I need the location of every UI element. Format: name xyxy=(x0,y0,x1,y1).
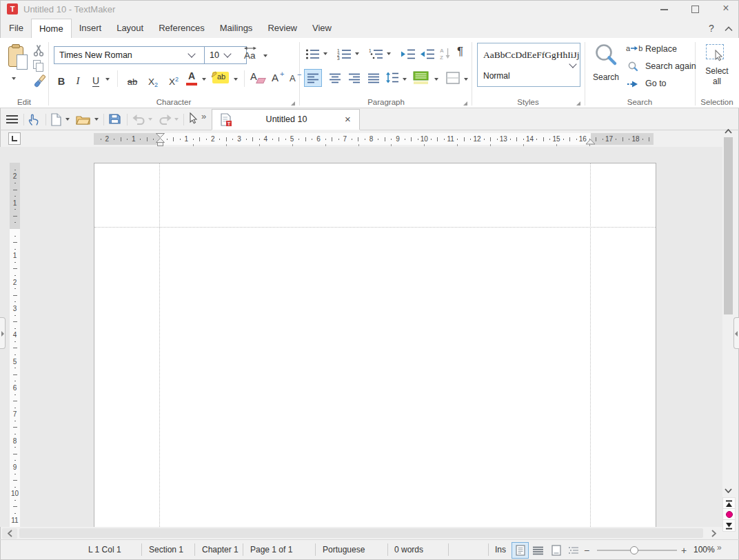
line-spacing-icon[interactable] xyxy=(385,72,399,83)
tab-insert[interactable]: Insert xyxy=(72,19,110,38)
paste-dropdown[interactable] xyxy=(12,77,16,80)
highlight-dropdown[interactable] xyxy=(234,78,238,81)
collapse-ribbon-icon[interactable] xyxy=(725,26,733,32)
clear-formatting-button[interactable]: A xyxy=(250,70,266,87)
touch-mode-icon[interactable] xyxy=(28,112,40,126)
grow-font-button[interactable]: A + xyxy=(270,70,285,87)
tab-type-selector[interactable] xyxy=(8,132,21,145)
zoom-out-button[interactable]: − xyxy=(584,545,589,556)
tab-references[interactable]: References xyxy=(151,19,212,38)
statusbar-overflow-icon[interactable]: » xyxy=(717,543,722,552)
justify-button[interactable] xyxy=(365,69,383,87)
numbered-list-dropdown[interactable] xyxy=(355,52,359,55)
right-margin-marker[interactable] xyxy=(585,139,596,145)
superscript-button[interactable]: X2 xyxy=(165,70,182,87)
paste-button[interactable] xyxy=(7,43,30,74)
borders-icon[interactable] xyxy=(446,72,460,84)
underline-button[interactable]: U xyxy=(90,70,102,87)
italic-button[interactable]: I xyxy=(73,70,83,87)
zoom-level-value[interactable]: 100% xyxy=(694,545,715,554)
align-left-button[interactable] xyxy=(304,69,322,87)
master-pages-view-button[interactable] xyxy=(547,542,565,559)
font-color-button[interactable]: A xyxy=(185,70,199,87)
align-right-button[interactable] xyxy=(345,69,363,87)
cursor-position-status[interactable]: L 1 Col 1 xyxy=(88,545,121,554)
tab-layout[interactable]: Layout xyxy=(109,19,151,38)
subscript-button[interactable]: X2 xyxy=(145,70,161,87)
multilevel-list-dropdown[interactable] xyxy=(387,52,391,55)
decrease-indent-icon[interactable] xyxy=(420,48,435,60)
scroll-left-button[interactable] xyxy=(2,528,17,539)
next-page-button[interactable] xyxy=(722,519,736,532)
shading-dropdown[interactable] xyxy=(434,78,438,81)
help-icon[interactable]: ? xyxy=(709,23,714,34)
hamburger-menu-icon[interactable] xyxy=(6,115,18,124)
search-button[interactable]: Search xyxy=(590,43,622,84)
page-view-button[interactable] xyxy=(512,542,529,559)
open-file-dropdown[interactable] xyxy=(94,118,99,121)
outline-view-button[interactable] xyxy=(565,542,583,559)
continuous-view-button[interactable] xyxy=(529,542,547,559)
character-dialog-launcher[interactable] xyxy=(291,101,295,106)
close-button[interactable]: × xyxy=(716,0,736,17)
copy-icon[interactable] xyxy=(33,60,44,72)
vertical-ruler[interactable]: 211234567891011 xyxy=(10,163,20,527)
indent-marker[interactable] xyxy=(156,133,165,147)
left-panel-handle[interactable] xyxy=(0,317,6,349)
shrink-font-button[interactable]: A − xyxy=(288,70,303,87)
goto-button[interactable]: Go to xyxy=(626,78,692,90)
multilevel-list-icon[interactable]: 1 xyxy=(369,48,383,60)
format-painter-icon[interactable] xyxy=(32,74,47,90)
chapter-status[interactable]: Chapter 1 xyxy=(202,545,239,554)
styles-dialog-launcher[interactable] xyxy=(576,101,580,106)
document-tab[interactable]: T Untitled 10 × xyxy=(212,109,360,130)
section-status[interactable]: Section 1 xyxy=(149,545,183,554)
tab-view[interactable]: View xyxy=(305,19,339,38)
font-color-dropdown[interactable] xyxy=(202,78,206,81)
font-name-combobox[interactable]: Times New Roman xyxy=(54,46,211,64)
borders-dropdown[interactable] xyxy=(464,78,468,81)
cut-icon[interactable] xyxy=(33,44,44,57)
paragraph-dialog-launcher[interactable] xyxy=(463,101,467,106)
save-icon[interactable] xyxy=(109,113,121,125)
bullet-list-icon[interactable] xyxy=(305,48,320,60)
search-again-button[interactable]: Search again xyxy=(626,61,702,73)
document-page[interactable] xyxy=(94,163,656,527)
strikethrough-button[interactable]: ab xyxy=(124,70,141,87)
document-tab-close-icon[interactable]: × xyxy=(345,110,351,130)
horizontal-scrollbar-thumb[interactable] xyxy=(19,528,703,538)
minimize-button[interactable] xyxy=(654,1,674,17)
scroll-right-button[interactable] xyxy=(706,528,721,539)
align-center-button[interactable] xyxy=(326,69,344,87)
word-count-status[interactable]: 0 words xyxy=(394,545,423,554)
insert-mode-status[interactable]: Ins xyxy=(495,545,506,554)
pilcrow-button[interactable]: ¶ xyxy=(457,45,463,59)
bold-button[interactable]: B xyxy=(55,70,68,87)
open-file-icon[interactable] xyxy=(76,114,90,126)
shading-icon[interactable] xyxy=(413,71,429,85)
tab-mailings[interactable]: Mailings xyxy=(212,19,261,38)
vertical-scrollbar-thumb[interactable] xyxy=(724,137,733,314)
tab-home[interactable]: Home xyxy=(31,19,72,39)
maximize-button[interactable] xyxy=(685,1,705,17)
change-case-button[interactable]: Aa xyxy=(243,46,272,63)
select-all-button[interactable]: Select all xyxy=(698,43,736,90)
tab-file[interactable]: File xyxy=(1,19,31,38)
new-document-icon[interactable] xyxy=(51,113,61,126)
style-picker[interactable]: AaBbCcDdEeFfGgHhIiJj Normal xyxy=(477,43,580,87)
replace-button[interactable]: a b Replace xyxy=(626,43,692,56)
horizontal-ruler[interactable]: 21123456789101112131415161718 xyxy=(94,133,654,145)
new-document-dropdown[interactable] xyxy=(65,118,70,121)
style-picker-chevron[interactable] xyxy=(569,60,576,68)
zoom-slider-knob[interactable] xyxy=(630,546,638,554)
language-status[interactable]: Portuguese xyxy=(323,545,365,554)
right-panel-handle[interactable] xyxy=(733,317,739,349)
scroll-down-icon[interactable] xyxy=(725,488,732,493)
change-case-dropdown[interactable] xyxy=(263,54,267,57)
page-status[interactable]: Page 1 of 1 xyxy=(250,545,292,554)
zoom-in-button[interactable]: + xyxy=(681,545,687,556)
toolbar-overflow-icon[interactable]: » xyxy=(201,111,206,121)
line-spacing-dropdown[interactable] xyxy=(403,78,407,81)
bullet-list-dropdown[interactable] xyxy=(323,52,327,55)
highlight-button[interactable]: ab xyxy=(211,71,230,85)
